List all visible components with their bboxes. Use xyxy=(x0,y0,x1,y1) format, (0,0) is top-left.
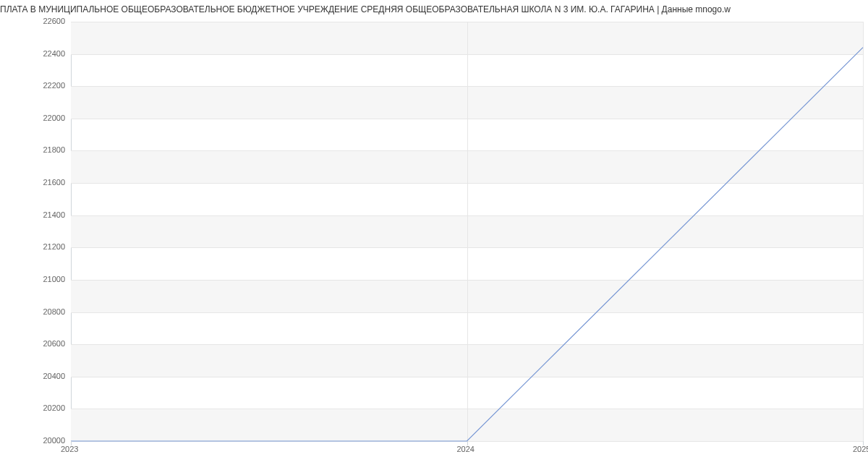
y-tick-label: 20400 xyxy=(7,372,65,380)
x-tick-mark xyxy=(863,441,864,445)
data-line xyxy=(71,22,863,441)
x-tick-mark xyxy=(467,441,468,445)
x-tick-mark xyxy=(71,441,72,445)
y-tick-label: 22400 xyxy=(7,50,65,58)
y-tick-label: 20200 xyxy=(7,404,65,412)
y-tick-label: 21000 xyxy=(7,275,65,283)
y-tick-label: 20800 xyxy=(7,308,65,316)
y-tick-label: 22200 xyxy=(7,82,65,90)
chart-title: ПЛАТА В МУНИЦИПАЛЬНОЕ ОБЩЕОБРАЗОВАТЕЛЬНО… xyxy=(0,0,868,17)
y-tick-label: 21800 xyxy=(7,146,65,154)
plot-area xyxy=(71,22,863,441)
y-tick-label: 20600 xyxy=(7,340,65,348)
y-tick-label: 21200 xyxy=(7,243,65,251)
chart-container: { "title": "ПЛАТА В МУНИЦИПАЛЬНОЕ ОБЩЕОБ… xyxy=(0,0,868,470)
y-tick-label: 22600 xyxy=(7,17,65,25)
x-tick-label: 2025 xyxy=(853,445,868,453)
x-tick-label: 2024 xyxy=(457,445,475,453)
y-tick-label: 22000 xyxy=(7,114,65,122)
x-tick-label: 2023 xyxy=(61,445,78,453)
y-tick-label: 21400 xyxy=(7,211,65,219)
y-tick-label: 20000 xyxy=(7,437,65,445)
y-tick-label: 21600 xyxy=(7,179,65,187)
grid-vline xyxy=(863,22,864,441)
